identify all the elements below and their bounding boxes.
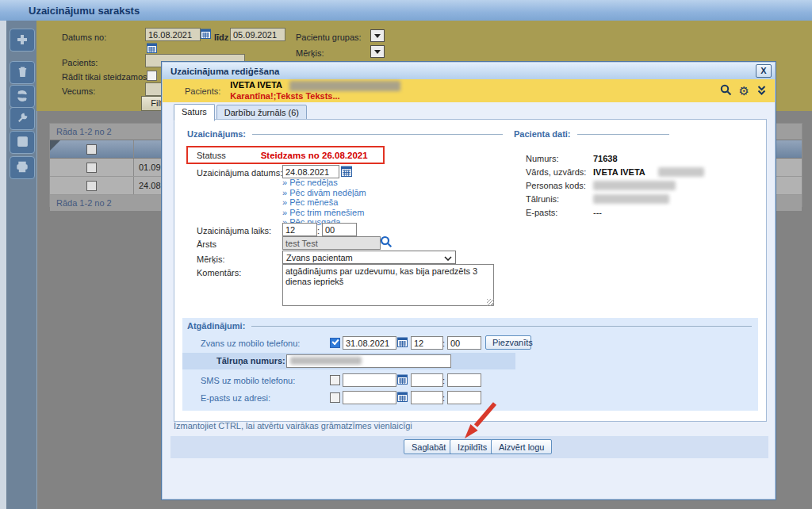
delete-button[interactable] (10, 61, 35, 84)
urgent-only-checkbox[interactable] (147, 71, 157, 81)
tab-saturs[interactable]: Saturs (174, 104, 215, 121)
time-separator: : (317, 226, 320, 235)
email-date-input[interactable] (343, 391, 396, 404)
comment-label: Komentārs: (197, 268, 241, 277)
redacted-phone (593, 194, 669, 204)
call-reminder-label: Zvans uz mobilo telefonu: (201, 339, 300, 348)
invitation-section-legend: Uzaicinājums: (187, 129, 503, 139)
patient-bar: Pacients: IVETA IVETA Karantīna!;Teksts … (163, 79, 775, 102)
redacted-name (658, 167, 704, 177)
date-to-label: līdz (214, 33, 228, 42)
sidebar-toolbar (6, 21, 37, 509)
red-arrow-annotation (457, 401, 500, 442)
name-label: Vārds, uzvārds: (526, 167, 586, 177)
calendar-icon[interactable] (147, 43, 157, 53)
close-button[interactable]: X (756, 64, 772, 78)
page-title: Uzaicinājumu saraksts (29, 5, 140, 17)
time-hour-input[interactable] (282, 223, 317, 236)
sms-hour-input[interactable] (411, 373, 443, 387)
email-value: --- (593, 208, 602, 217)
calendar-icon[interactable] (397, 374, 408, 385)
calendar-icon[interactable] (201, 29, 211, 39)
excel-icon (17, 136, 29, 149)
phone-label: Tālrunis: (526, 194, 559, 204)
patient-filter-label: Pacients: (62, 58, 98, 67)
phone-number-label: Tālruņa numurs: (216, 356, 285, 365)
collapse-chevrons-icon[interactable] (756, 85, 767, 98)
sms-date-input[interactable] (343, 373, 396, 387)
plus-icon (16, 33, 29, 48)
dropdown-arrow-icon (374, 50, 381, 54)
select-all-checkbox[interactable] (86, 144, 97, 155)
calendar-icon[interactable] (397, 337, 408, 347)
invitation-date-input[interactable] (282, 165, 339, 178)
time-minute-input[interactable] (322, 223, 357, 236)
call-checkbox[interactable] (330, 338, 340, 348)
refresh-button[interactable] (10, 85, 35, 108)
content-panel: Uzaicinājums: Statuss Steidzams no 26.08… (174, 119, 767, 422)
date-to-input[interactable] (230, 28, 285, 41)
settings-button[interactable] (10, 107, 35, 130)
doctor-input[interactable] (282, 236, 381, 250)
number-label: Numurs: (526, 154, 559, 163)
link-pec-nedelas[interactable]: » Pēc nedēļas (282, 178, 366, 188)
called-button[interactable]: Piezvanīts (485, 335, 531, 350)
call-hour-input[interactable] (411, 336, 443, 350)
email-checkbox[interactable] (330, 392, 340, 403)
purpose-select[interactable]: Zvans pacientam (282, 251, 456, 264)
row-checkbox[interactable] (86, 163, 97, 173)
link-pec-menesa[interactable]: » Pēc mēneša (282, 198, 366, 208)
calendar-icon[interactable] (341, 166, 351, 176)
time-separator: : (442, 376, 445, 385)
print-button[interactable] (10, 156, 35, 179)
redacted-personal-code (593, 181, 676, 190)
personal-code-label: Personas kods: (526, 181, 586, 190)
patient-groups-label: Pacientu grupas: (296, 33, 362, 42)
email-label: E-pasts: (526, 208, 557, 217)
printer-icon (16, 161, 29, 174)
date-from-input[interactable] (145, 28, 201, 41)
sms-minute-input[interactable] (447, 373, 481, 387)
status-value: Steidzams no 26.08.2021 (261, 151, 368, 160)
patient-groups-dropdown[interactable] (370, 29, 385, 42)
window-titlebar: Uzaicinājumu saraksts (0, 0, 812, 21)
purpose-filter-label: Mērķis: (296, 48, 324, 58)
phone-number-row: Tālruņa numurs: (182, 353, 515, 369)
refresh-icon (16, 90, 29, 104)
save-button[interactable]: Saglabāt (404, 439, 454, 454)
calendar-icon[interactable] (397, 392, 408, 402)
patient-warning: Karantīna!;Teksts Teksts... (230, 91, 719, 101)
export-button[interactable] (10, 131, 35, 154)
link-pec-trim-menesiem[interactable]: » Pēc trim mēnešiem (282, 209, 366, 218)
comment-textarea[interactable]: atgādinājums par uzdevumu, kas bija pare… (282, 264, 494, 306)
call-date-input[interactable] (343, 336, 396, 350)
status-highlight-box: Statuss Steidzams no 26.08.2021 (186, 146, 385, 164)
purpose-dropdown[interactable] (370, 45, 385, 58)
resize-grip[interactable] (487, 299, 494, 306)
call-minute-input[interactable] (447, 336, 481, 350)
row-checkbox[interactable] (86, 181, 97, 191)
modal-title: Uzaicinājuma rediģēšana (170, 67, 756, 76)
trash-icon (17, 66, 29, 79)
email-hour-input[interactable] (411, 391, 443, 404)
left-edge (0, 21, 6, 509)
email-reminder-label: E-pasts uz adresi: (201, 393, 270, 403)
reminders-section: Atgādinājumi: Zvans uz mobilo telefonu: … (182, 318, 758, 411)
doctor-search-icon[interactable] (380, 235, 393, 250)
patient-name: IVETA IVETA (230, 80, 282, 90)
status-label: Statuss (197, 151, 226, 160)
number-value: 71638 (593, 154, 618, 163)
invitation-time-label: Uzaicinājuma laiks: (197, 226, 271, 235)
app-root: Uzaicinājumu saraksts Datums no: līdz Pa… (0, 0, 812, 509)
link-pec-divam-nedelam[interactable]: » Pēc divām nedēļām (282, 189, 366, 198)
hint-text: Izmantojiet CTRL, lai atvērtu vairākas g… (174, 421, 412, 431)
chevron-down-icon (444, 253, 452, 262)
dropdown-arrow-icon (374, 34, 381, 38)
date-from-label: Datums no: (62, 33, 106, 42)
gear-icon[interactable]: ⚙ (739, 85, 749, 97)
add-button[interactable] (10, 29, 35, 52)
patient-label: Pacients: (185, 86, 220, 96)
wrench-icon (17, 112, 29, 125)
sms-checkbox[interactable] (330, 375, 340, 385)
search-icon[interactable] (720, 84, 732, 98)
